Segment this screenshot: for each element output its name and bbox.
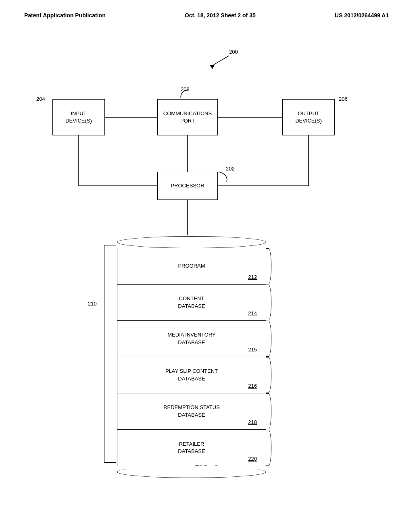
db-row-num-214: 214 bbox=[248, 310, 257, 317]
label-200: 200 bbox=[229, 49, 238, 55]
db-row-cap-media bbox=[266, 321, 271, 357]
db-row-retailer-label: RETAILERDATABASE bbox=[178, 441, 205, 455]
db-row-cap-program bbox=[266, 248, 271, 284]
db-row-content: CONTENTDATABASE 214 bbox=[117, 285, 266, 321]
db-row-cap-redemption bbox=[266, 393, 271, 429]
output-device-box: OUTPUTDEVICE(S) bbox=[282, 99, 335, 135]
bracket-210 bbox=[104, 245, 116, 463]
label-206: 206 bbox=[339, 96, 348, 102]
processor-label: PROCESSOR bbox=[171, 182, 204, 189]
db-row-playslip: PLAY SLIP CONTENTDATABASE 216 bbox=[117, 357, 266, 393]
database-container: PROGRAM 212 CONTENTDATABASE 214 MEDIA IN… bbox=[117, 236, 266, 478]
db-rows: PROGRAM 212 CONTENTDATABASE 214 MEDIA IN… bbox=[117, 248, 266, 466]
db-row-num-218: 218 bbox=[248, 419, 257, 426]
db-row-cap-retailer bbox=[266, 430, 271, 466]
input-device-label: INPUT DEVICE(S) bbox=[65, 110, 92, 125]
header: Patent Application Publication Oct. 18, … bbox=[0, 0, 413, 19]
output-device-label: OUTPUTDEVICE(S) bbox=[295, 110, 322, 125]
db-row-cap-content bbox=[266, 285, 271, 320]
db-row-num-212: 212 bbox=[248, 274, 257, 281]
db-row-num-215: 215 bbox=[248, 346, 257, 353]
header-left: Patent Application Publication bbox=[24, 12, 106, 19]
label-210: 210 bbox=[88, 301, 97, 307]
comm-port-label: COMMUNICATIONSPORT bbox=[163, 110, 212, 125]
input-device-box: INPUT DEVICE(S) bbox=[52, 99, 105, 135]
db-row-cap-playslip bbox=[266, 357, 271, 393]
header-right: US 2012/0264499 A1 bbox=[335, 12, 389, 19]
label-204: 204 bbox=[36, 96, 45, 102]
db-row-playslip-label: PLAY SLIP CONTENTDATABASE bbox=[165, 368, 218, 382]
cylinder-top bbox=[117, 236, 266, 248]
db-row-content-label: CONTENTDATABASE bbox=[178, 295, 205, 310]
diagram: 200 208 204 206 202 INPUT DEVICE(S) COMM… bbox=[0, 19, 413, 494]
comm-port-box: COMMUNICATIONSPORT bbox=[157, 99, 218, 135]
header-center: Oct. 18, 2012 Sheet 2 of 35 bbox=[185, 12, 256, 19]
label-202: 202 bbox=[226, 166, 235, 172]
db-row-program: PROGRAM 212 bbox=[117, 248, 266, 285]
cylinder-bottom bbox=[117, 466, 266, 478]
label-208: 208 bbox=[181, 86, 190, 92]
db-row-retailer: RETAILERDATABASE 220 bbox=[117, 430, 266, 466]
processor-box: PROCESSOR bbox=[157, 172, 218, 200]
db-row-num-220: 220 bbox=[248, 455, 257, 463]
svg-marker-0 bbox=[210, 65, 215, 69]
page: Patent Application Publication Oct. 18, … bbox=[0, 0, 413, 532]
db-row-media-label: MEDIA INVENTORYDATABASE bbox=[167, 331, 215, 346]
db-row-program-label: PROGRAM bbox=[178, 262, 205, 270]
db-row-redemption-label: REDEMPTION STATUSDATABASE bbox=[163, 404, 220, 418]
db-row-num-216: 216 bbox=[248, 382, 257, 390]
db-row-media: MEDIA INVENTORYDATABASE 215 bbox=[117, 321, 266, 357]
db-row-redemption: REDEMPTION STATUSDATABASE 218 bbox=[117, 393, 266, 430]
